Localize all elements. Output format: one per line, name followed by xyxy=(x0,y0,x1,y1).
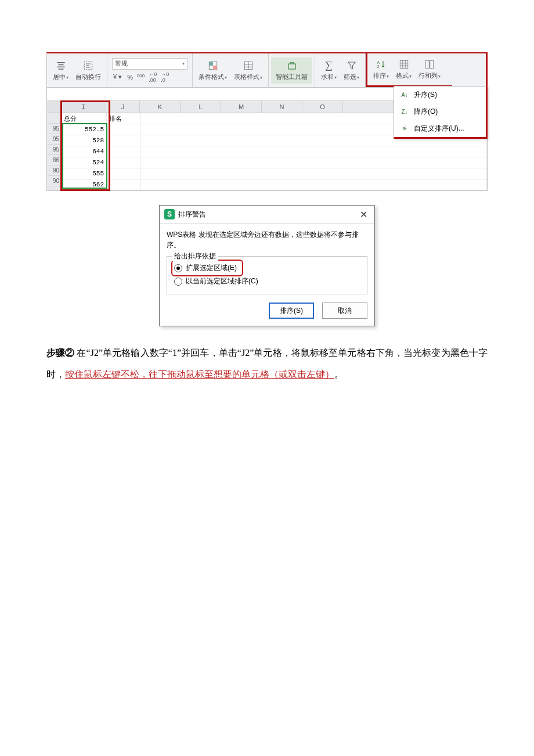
row-header[interactable]: 95 xyxy=(47,134,61,145)
cell[interactable] xyxy=(107,124,140,135)
cell[interactable] xyxy=(140,157,487,168)
row-headers: 95 95 95 86 90 90 xyxy=(47,113,62,190)
sort-custom-item[interactable]: ⚟ 自定义排序(U)... xyxy=(394,120,486,137)
row-header[interactable]: 90 xyxy=(47,176,61,186)
ribbon: 居中▾ 自动换行 常规 ▾ ¥▾ % 000 xyxy=(46,52,488,88)
cell[interactable] xyxy=(140,168,487,179)
row-header[interactable]: 95 xyxy=(47,124,61,134)
funnel-icon xyxy=(345,60,358,71)
cell[interactable]: 555 xyxy=(62,168,107,179)
conditional-format-icon xyxy=(207,60,219,71)
cell[interactable] xyxy=(107,146,140,157)
svg-rect-3 xyxy=(58,69,63,70)
cell[interactable]: 552.5 xyxy=(62,124,107,135)
cell[interactable]: 562 xyxy=(62,179,107,190)
sort-confirm-button[interactable]: 排序(S) xyxy=(269,303,314,319)
sort-custom-label: 自定义排序(U)... xyxy=(414,124,464,134)
svg-rect-6 xyxy=(209,62,213,66)
sum-button[interactable]: ∑ 求和▾ xyxy=(317,59,340,82)
chevron-down-icon: ▾ xyxy=(182,61,185,66)
rowcol-label: 行和列 xyxy=(418,72,438,79)
cell[interactable] xyxy=(140,179,487,190)
step-label: 步骤② xyxy=(46,348,74,358)
instruction-paragraph: 步骤② 在“J2”单元格输入数字“1”并回车，单击“J2”单元格，将鼠标移至单元… xyxy=(46,343,488,386)
cell[interactable]: 528 xyxy=(62,135,107,146)
col-header-I[interactable]: I xyxy=(61,101,106,113)
radio-expand-label: 扩展选定区域(E) xyxy=(186,263,237,273)
svg-text:A: A xyxy=(377,60,380,64)
row-header[interactable] xyxy=(47,113,61,124)
percent-button[interactable]: % xyxy=(126,74,134,81)
row-header[interactable]: 95 xyxy=(47,145,61,155)
sort-dropdown-menu: A↓ 升序(S) Z↓ 降序(O) ⚟ 自定义排序(U)... xyxy=(394,86,488,139)
col-header-K[interactable]: K xyxy=(140,101,181,113)
increase-decimal-button[interactable]: ←0.00 xyxy=(147,71,158,83)
cond-fmt-label: 条件格式 xyxy=(199,73,224,80)
comma-button[interactable]: 000 xyxy=(136,73,146,81)
filter-button[interactable]: 筛选▾ xyxy=(340,59,363,82)
sort-label: 排序 xyxy=(373,72,386,79)
number-format-label: 常规 xyxy=(115,59,128,68)
svg-rect-20 xyxy=(425,60,429,69)
radio-icon xyxy=(174,278,182,286)
cell[interactable]: 644 xyxy=(62,146,107,157)
fieldset-legend: 给出排序依据 xyxy=(172,251,218,261)
col-header-O[interactable]: O xyxy=(302,101,343,113)
sort-desc-item[interactable]: Z↓ 降序(O) xyxy=(394,103,486,120)
number-format-select[interactable]: 常规 ▾ xyxy=(112,58,187,70)
sort-icon: AZ xyxy=(375,59,388,70)
filter-label: 筛选 xyxy=(344,73,356,80)
radio-current-selection[interactable]: 以当前选定区域排序(C) xyxy=(173,275,361,288)
svg-rect-2 xyxy=(57,66,65,67)
row-header[interactable]: 86 xyxy=(47,155,61,165)
row-header[interactable]: 90 xyxy=(47,165,61,176)
cell[interactable]: 排名 xyxy=(107,113,140,124)
cell[interactable] xyxy=(107,157,140,168)
cell[interactable] xyxy=(107,179,140,190)
table-style-label: 表格样式 xyxy=(234,73,259,80)
cell[interactable]: 总分 xyxy=(62,113,107,124)
sort-asc-item[interactable]: A↓ 升序(S) xyxy=(394,87,486,103)
sort-desc-label: 降序(O) xyxy=(414,107,438,117)
select-all-corner[interactable] xyxy=(47,101,61,113)
cell[interactable]: 524 xyxy=(62,157,107,168)
sort-custom-icon: ⚟ xyxy=(400,124,409,134)
sigma-icon: ∑ xyxy=(323,60,335,71)
wrap-label: 自动换行 xyxy=(75,73,101,81)
smart-toolbox-button[interactable]: 智能工具箱 xyxy=(271,57,312,84)
sort-button[interactable]: AZ 排序▾ xyxy=(370,57,392,81)
wrap-icon xyxy=(82,60,95,71)
radio-icon xyxy=(174,264,182,272)
col-header-L[interactable]: L xyxy=(181,101,221,113)
cell[interactable] xyxy=(140,146,487,157)
table-style-button[interactable]: 表格样式▾ xyxy=(230,59,266,82)
align-center-button[interactable]: 居中▾ xyxy=(49,59,72,82)
sort-desc-icon: Z↓ xyxy=(400,107,409,117)
svg-rect-1 xyxy=(58,64,63,65)
align-center-label: 居中 xyxy=(53,73,66,80)
sort-warning-dialog: S 排序警告 ✕ WPS表格 发现在选定区域旁边还有数据，这些数据将不参与排序。… xyxy=(159,205,375,326)
dialog-message: WPS表格 发现在选定区域旁边还有数据，这些数据将不参与排序。 xyxy=(167,229,367,250)
app-icon: S xyxy=(164,209,175,219)
currency-button[interactable]: ¥▾ xyxy=(112,73,124,81)
col-header-M[interactable]: M xyxy=(221,101,262,113)
radio-expand-selection[interactable]: 扩展选定区域(E) xyxy=(173,261,241,275)
format-label: 格式 xyxy=(396,72,409,79)
svg-rect-21 xyxy=(430,60,434,69)
col-header-J[interactable]: J xyxy=(106,101,140,113)
rowcol-button[interactable]: 行和列▾ xyxy=(415,57,444,81)
format-button[interactable]: 格式▾ xyxy=(392,57,415,81)
toolbox-icon xyxy=(286,60,298,71)
cell[interactable] xyxy=(107,168,140,179)
svg-rect-12 xyxy=(288,64,295,69)
instr-text-red: 按住鼠标左键不松，往下拖动鼠标至想要的单元格（或双击左键） xyxy=(65,369,334,379)
close-button[interactable]: ✕ xyxy=(358,209,370,220)
col-header-N[interactable]: N xyxy=(262,101,302,113)
svg-rect-7 xyxy=(213,66,217,70)
cell[interactable] xyxy=(107,135,140,146)
cancel-button[interactable]: 取消 xyxy=(322,303,367,319)
decrease-decimal-button[interactable]: →0.0 xyxy=(160,71,170,83)
conditional-format-button[interactable]: 条件格式▾ xyxy=(195,59,230,82)
rowcol-icon xyxy=(423,59,436,70)
wrap-text-button[interactable]: 自动换行 xyxy=(72,59,104,82)
